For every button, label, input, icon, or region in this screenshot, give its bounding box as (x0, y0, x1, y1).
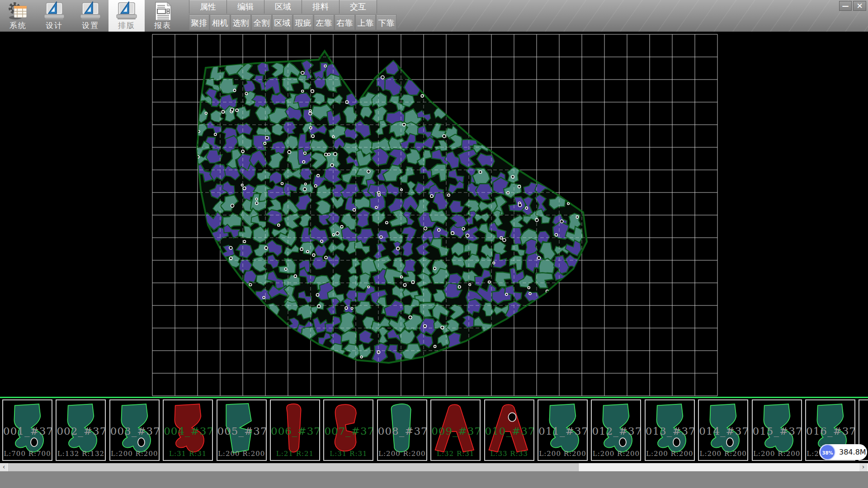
piece-name-label: 005_#37 (217, 425, 266, 437)
piece-thumbnail-8[interactable]: 008_#37L:200 R:200 (377, 399, 427, 461)
piece-name-label: 011_#37 (538, 425, 587, 437)
memory-value: 384.8M (839, 444, 866, 460)
scroll-right-arrow[interactable]: › (859, 463, 867, 472)
piece-lr-count-label: L:200 R:200 (592, 450, 640, 458)
piece-lr-count-label: L:200 R:200 (646, 450, 694, 458)
piece-thumbnail-strip: 001_#37L:700 R:700002_#37L:132 R:132003_… (0, 397, 868, 463)
design-ruler-icon (36, 1, 72, 21)
main-button-2[interactable]: 设计 (36, 0, 72, 32)
main-button-3[interactable]: 设置 (72, 0, 108, 32)
horizontal-scrollbar[interactable]: ‹ › (0, 463, 868, 471)
piece-thumbnail-4[interactable]: 004_#37L:31 R:31 (163, 399, 213, 461)
scrollbar-thumb[interactable] (8, 463, 579, 472)
memory-progress-badge: 38% 384.8M (819, 444, 867, 460)
piece-thumbnail-10[interactable]: 010_#37L:33 R:33 (484, 399, 534, 461)
piece-thumbnail-6[interactable]: 006_#37L:21 R:21 (270, 399, 320, 461)
nesting-canvas-svg[interactable] (0, 32, 868, 397)
action-button-8[interactable]: 右靠 (335, 14, 355, 30)
status-bar (0, 471, 868, 488)
action-button-3[interactable]: 选割 (231, 14, 251, 30)
piece-lr-count-label: L:200 R:200 (538, 450, 587, 458)
menu-tab-1[interactable]: 属性 (189, 0, 226, 14)
piece-name-label: 003_#37 (110, 425, 159, 437)
action-button-row: 聚排相机选割全割区域瑕疵左靠右靠上靠下靠 (189, 14, 397, 31)
system-gear-icon (0, 1, 36, 21)
menu-tab-3[interactable]: 区域 (264, 0, 302, 14)
piece-lr-count-label: L:200 R:200 (378, 450, 426, 458)
piece-thumbnail-15[interactable]: 015_#37L:200 R:200 (752, 399, 802, 461)
main-button-label: 设置 (72, 20, 108, 31)
piece-name-label: 015_#37 (753, 425, 801, 437)
action-button-5[interactable]: 区域 (272, 14, 292, 30)
action-button-4[interactable]: 全割 (251, 14, 272, 30)
piece-thumbnail-12[interactable]: 012_#37L:200 R:200 (591, 399, 641, 461)
piece-thumbnail-9[interactable]: 009_#37L:32 R:31 (430, 399, 481, 461)
piece-lr-count-label: L:200 R:200 (753, 450, 801, 458)
action-button-6[interactable]: 瑕疵 (293, 14, 313, 30)
piece-lr-count-label: L:33 R:33 (485, 450, 533, 458)
piece-name-label: 016_#37 (806, 425, 854, 437)
piece-lr-count-label: L:31 R:31 (164, 450, 212, 458)
piece-lr-count-label: L:200 R:200 (110, 450, 159, 458)
piece-thumbnail-5[interactable]: 005_#37L:200 R:200 (217, 399, 267, 461)
main-toolbar: 属性编辑区域排料交互 聚排相机选割全割区域瑕疵左靠右靠上靠下靠 — ✕ 系统设计… (0, 0, 868, 32)
piece-thumbnail-2[interactable]: 002_#37L:132 R:132 (56, 399, 106, 461)
close-button[interactable]: ✕ (853, 1, 866, 11)
action-button-2[interactable]: 相机 (210, 14, 230, 30)
piece-name-label: 012_#37 (592, 425, 640, 437)
main-button-label: 设计 (36, 20, 72, 31)
scroll-left-arrow[interactable]: ‹ (0, 463, 8, 472)
piece-name-label: 001_#37 (3, 425, 52, 437)
piece-name-label: 002_#37 (57, 425, 105, 437)
piece-lr-count-label: L:200 R:200 (217, 450, 266, 458)
main-button-4[interactable]: 排版 (108, 0, 145, 32)
action-button-9[interactable]: 上靠 (355, 14, 376, 30)
main-button-label: 排版 (108, 20, 145, 31)
piece-name-label: 004_#37 (164, 425, 212, 437)
nesting-canvas[interactable] (0, 32, 868, 397)
piece-lr-count-label: L:32 R:31 (431, 450, 480, 458)
report-doc-icon (145, 1, 181, 21)
minimize-button[interactable]: — (839, 1, 852, 11)
piece-name-label: 009_#37 (431, 425, 480, 437)
piece-thumbnail-1[interactable]: 001_#37L:700 R:700 (2, 399, 52, 461)
action-button-1[interactable]: 聚排 (189, 14, 209, 30)
piece-lr-count-label: L:132 R:132 (57, 450, 105, 458)
piece-name-label: 013_#37 (646, 425, 694, 437)
piece-lr-count-label: L:21 R:21 (271, 450, 319, 458)
piece-thumbnail-3[interactable]: 003_#37L:200 R:200 (109, 399, 160, 461)
piece-thumbnail-11[interactable]: 011_#37L:200 R:200 (538, 399, 588, 461)
action-button-7[interactable]: 左靠 (314, 14, 334, 30)
progress-circle: 38% (820, 444, 835, 460)
menu-tab-5[interactable]: 交互 (339, 0, 377, 14)
piece-thumbnail-13[interactable]: 013_#37L:200 R:200 (645, 399, 695, 461)
piece-name-label: 010_#37 (485, 425, 533, 437)
piece-lr-count-label: L:31 R:31 (324, 450, 373, 458)
strip-top-line (0, 397, 868, 398)
piece-name-label: 006_#37 (271, 425, 319, 437)
piece-name-label: 008_#37 (378, 425, 426, 437)
piece-lr-count-label: L:200 R:200 (699, 450, 747, 458)
main-button-label: 报表 (145, 20, 181, 31)
menu-tab-2[interactable]: 编辑 (226, 0, 264, 14)
main-button-1[interactable]: 系统 (0, 0, 36, 32)
piece-thumbnail-7[interactable]: 007_#37L:31 R:31 (323, 399, 373, 461)
main-button-5[interactable]: 报表 (145, 0, 181, 32)
menu-tab-row: 属性编辑区域排料交互 (189, 0, 377, 14)
piece-name-label: 007_#37 (324, 425, 373, 437)
app-window: 属性编辑区域排料交互 聚排相机选割全割区域瑕疵左靠右靠上靠下靠 — ✕ 系统设计… (0, 0, 868, 488)
piece-thumbnail-14[interactable]: 014_#37L:200 R:200 (698, 399, 748, 461)
piece-lr-count-label: L:700 R:700 (3, 450, 52, 458)
menu-tab-4[interactable]: 排料 (302, 0, 339, 14)
action-button-10[interactable]: 下靠 (376, 14, 396, 30)
main-button-label: 系统 (0, 20, 36, 31)
setup-ruler-icon (72, 1, 108, 21)
nesting-ruler-icon (108, 1, 145, 21)
piece-name-label: 014_#37 (699, 425, 747, 437)
